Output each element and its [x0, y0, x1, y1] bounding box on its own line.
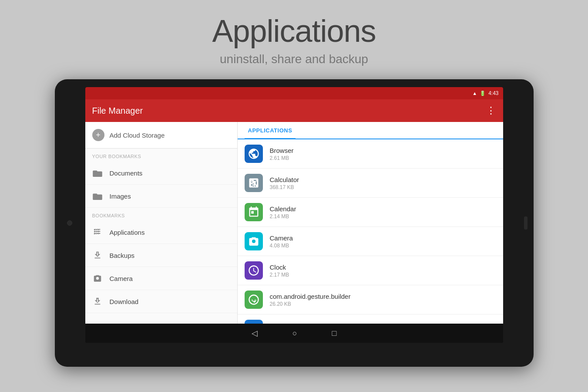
app-item-contacts[interactable]: Contacts 3.82 MB [238, 314, 503, 324]
camera-size: 4.08 MB [270, 243, 293, 249]
clock-app-icon [245, 261, 263, 280]
browser-app-icon [245, 145, 263, 163]
add-icon: + [92, 129, 104, 141]
app-item-gesture[interactable]: com.android.gesture.builder 26.20 KB [238, 285, 503, 314]
documents-label: Documents [110, 169, 143, 177]
camera-name: Camera [270, 234, 293, 242]
tablet-camera [67, 220, 72, 226]
nav-bar: ◁ ○ □ [85, 324, 503, 343]
backups-label: Backups [110, 252, 135, 259]
svg-rect-3 [94, 230, 95, 230]
bookmarks-label: BOOKMARKS [85, 208, 237, 221]
app-item-clock[interactable]: Clock 2.17 MB [238, 256, 503, 285]
browser-size: 2.61 MB [270, 155, 294, 161]
camera-label: Camera [110, 275, 133, 282]
images-label: Images [110, 193, 131, 200]
main-content: + Add Cloud Storage YOUR BOOKMARKS Docum… [85, 122, 503, 324]
menu-button[interactable]: ⋮ [486, 105, 496, 116]
camera-icon [92, 273, 103, 284]
calendar-app-icon [245, 203, 263, 221]
calculator-size: 368.17 KB [270, 184, 299, 190]
contacts-app-icon [245, 320, 263, 324]
applications-label: Applications [110, 229, 145, 236]
gesture-size: 26.20 KB [270, 301, 351, 307]
calculator-info: Calculator 368.17 KB [270, 176, 299, 190]
status-bar: ▲ 🔋 4:43 [85, 87, 503, 99]
add-cloud-label: Add Cloud Storage [110, 132, 165, 139]
download-icon [92, 296, 103, 307]
calculator-name: Calculator [270, 176, 299, 183]
tablet-body: ▲ 🔋 4:43 File Manager ⋮ + Add Cloud Stor… [55, 79, 534, 367]
svg-rect-6 [96, 230, 97, 230]
tablet-device: ▲ 🔋 4:43 File Manager ⋮ + Add Cloud Stor… [55, 79, 534, 367]
app-title: File Manager [92, 106, 143, 116]
app-item-calendar[interactable]: Calendar 2.14 MB [238, 198, 503, 227]
calendar-name: Calendar [270, 205, 296, 213]
camera-app-icon [245, 232, 263, 250]
signal-icon: ▲ [472, 91, 477, 96]
calculator-app-icon [245, 174, 263, 192]
app-item-calculator[interactable]: Calculator 368.17 KB [238, 169, 503, 198]
tablet-side-button [524, 216, 528, 230]
browser-info: Browser 2.61 MB [270, 147, 294, 161]
svg-rect-11 [97, 233, 99, 234]
app-item-camera[interactable]: Camera 4.08 MB [238, 227, 503, 256]
apps-icon [92, 227, 103, 237]
svg-rect-8 [96, 233, 97, 234]
app-list: Browser 2.61 MB Calculator [238, 139, 503, 324]
gesture-info: com.android.gesture.builder 26.20 KB [270, 293, 351, 307]
clock-name: Clock [270, 264, 289, 271]
add-cloud-storage-button[interactable]: + Add Cloud Storage [85, 122, 237, 149]
gesture-name: com.android.gesture.builder [270, 293, 351, 300]
browser-name: Browser [270, 147, 294, 154]
folder-icon [92, 191, 103, 201]
sidebar-item-documents[interactable]: Documents [85, 162, 237, 185]
svg-rect-4 [94, 231, 95, 232]
camera-info: Camera 4.08 MB [270, 234, 293, 249]
recents-button[interactable]: □ [332, 329, 337, 338]
page-title: Applications [212, 13, 376, 49]
clock-size: 2.17 MB [270, 272, 289, 278]
svg-rect-10 [97, 231, 99, 232]
sidebar-item-download[interactable]: Download [85, 290, 237, 313]
sidebar-item-camera[interactable]: Camera [85, 267, 237, 290]
status-time: 4:43 [488, 90, 498, 96]
svg-rect-5 [94, 233, 95, 234]
download-label: Download [110, 298, 139, 305]
tab-applications[interactable]: APPLICATIONS [245, 122, 296, 139]
battery-icon: 🔋 [480, 91, 486, 96]
tablet-screen: ▲ 🔋 4:43 File Manager ⋮ + Add Cloud Stor… [85, 87, 503, 343]
right-panel: APPLICATIONS Browser 2 [238, 122, 503, 324]
back-button[interactable]: ◁ [252, 328, 258, 338]
calendar-info: Calendar 2.14 MB [270, 205, 296, 220]
sidebar: + Add Cloud Storage YOUR BOOKMARKS Docum… [85, 122, 238, 324]
folder-icon [92, 168, 103, 178]
sidebar-item-applications[interactable]: Applications [85, 221, 237, 244]
your-bookmarks-label: YOUR BOOKMARKS [85, 149, 237, 162]
calendar-size: 2.14 MB [270, 213, 296, 220]
app-item-browser[interactable]: Browser 2.61 MB [238, 139, 503, 169]
page-subtitle: uninstall, share and backup [220, 52, 368, 66]
gesture-app-icon [245, 291, 263, 309]
svg-rect-9 [97, 230, 99, 230]
clock-info: Clock 2.17 MB [270, 264, 289, 278]
svg-rect-7 [96, 231, 97, 232]
tab-bar: APPLICATIONS [238, 122, 503, 139]
home-button[interactable]: ○ [292, 329, 297, 338]
backup-icon [92, 250, 103, 260]
sidebar-item-backups[interactable]: Backups [85, 244, 237, 267]
sidebar-item-images[interactable]: Images [85, 185, 237, 208]
app-bar: File Manager ⋮ [85, 99, 503, 122]
